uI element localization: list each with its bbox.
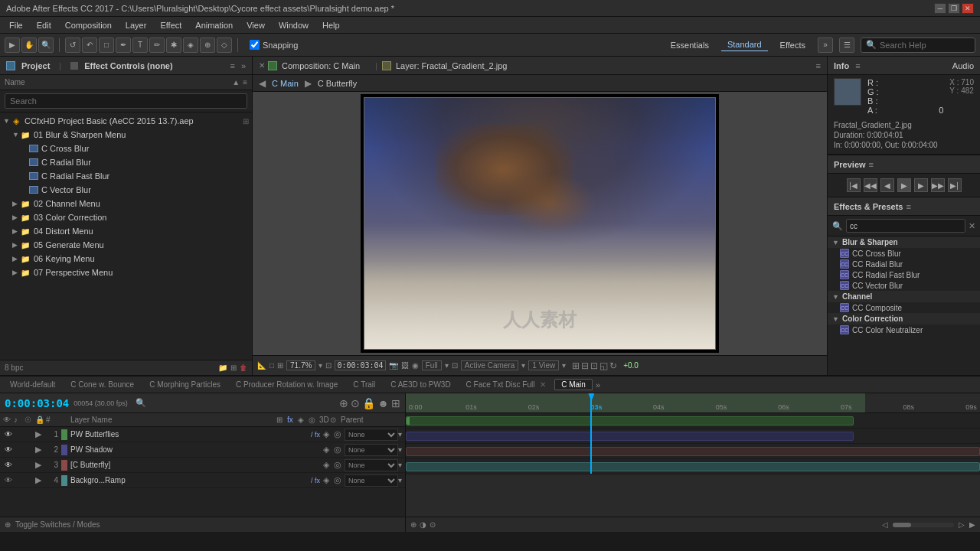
camera-dropdown[interactable]: ▾ bbox=[521, 361, 525, 370]
tree-item-cross-blur[interactable]: C Cross Blur bbox=[0, 142, 252, 155]
layer-4-opacity[interactable]: ◎ bbox=[334, 475, 345, 485]
tl-tab-face[interactable]: C Face Txt Disc Full ✕ bbox=[459, 379, 554, 390]
mask-tool[interactable]: □ bbox=[99, 37, 114, 53]
undo-tool[interactable]: ↶ bbox=[82, 37, 97, 53]
tree-item-root[interactable]: ▼ ◈ CCfxHD Project Basic (AeCC 2015 13.7… bbox=[0, 114, 252, 128]
clone-tool[interactable]: ✱ bbox=[166, 37, 181, 53]
menu-edit[interactable]: Edit bbox=[31, 19, 57, 31]
layer-1-opacity[interactable]: ◎ bbox=[334, 429, 345, 439]
view-btn-4[interactable]: ◱ bbox=[599, 360, 608, 371]
layer-1-fx[interactable]: / fx bbox=[311, 431, 323, 439]
tree-item-radial-blur[interactable]: C Radial Blur bbox=[0, 155, 252, 169]
tl-tab-cmain[interactable]: C Main bbox=[554, 379, 593, 390]
menu-help[interactable]: Help bbox=[316, 19, 346, 31]
tl-tab-cone[interactable]: C Cone w. Bounce bbox=[64, 379, 141, 390]
menu-layer[interactable]: Layer bbox=[119, 19, 153, 31]
preview-back-frame[interactable]: ◀ bbox=[880, 178, 894, 192]
layer-2-parent[interactable]: None bbox=[345, 444, 398, 456]
effect-cat-color-header[interactable]: ▼ Color Correction bbox=[828, 313, 980, 324]
layer-3-vis[interactable]: 👁 bbox=[3, 460, 14, 471]
layer-1-parent[interactable]: None bbox=[345, 429, 398, 441]
tl-tab-world[interactable]: World-default bbox=[3, 379, 62, 390]
layer-2-vis[interactable]: 👁 bbox=[3, 445, 14, 455]
tl-zoom-out[interactable]: ◁ bbox=[882, 520, 888, 529]
project-panel-menu[interactable]: ≡ bbox=[230, 61, 234, 70]
tree-item-distort[interactable]: ▶ 📁 04 Distort Menu bbox=[0, 224, 252, 238]
camera-selector[interactable]: Active Camera bbox=[461, 360, 519, 370]
tl-foot-btn-3[interactable]: ⊙ bbox=[430, 520, 436, 529]
zoom-selector[interactable]: 71.7% bbox=[286, 360, 315, 370]
layer-row-4[interactable]: 👁 ▶ 4 Backgro...Ramp / fx ◈ ◎ None ▾ bbox=[0, 473, 405, 488]
solo-btn[interactable]: ⊙ bbox=[351, 397, 360, 409]
puppet-tool[interactable]: ⊕ bbox=[200, 37, 215, 53]
show-snapshot-btn[interactable]: 🖼 bbox=[401, 361, 409, 370]
layer-4-parent[interactable]: None bbox=[345, 474, 398, 487]
search-help-input[interactable] bbox=[880, 41, 972, 50]
brush-tool[interactable]: ✏ bbox=[149, 37, 165, 53]
timecode-display[interactable]: 0:00:03:04 bbox=[335, 360, 385, 370]
project-panel-expand[interactable]: » bbox=[241, 61, 246, 70]
zoom-dropdown-icon[interactable]: ▾ bbox=[318, 361, 322, 370]
menu-effect[interactable]: Effect bbox=[154, 19, 188, 31]
tl-zoom-slider[interactable] bbox=[893, 523, 954, 527]
sort-ascending[interactable]: ▲ bbox=[232, 78, 240, 86]
play-btn-big[interactable]: ▶ bbox=[969, 520, 975, 529]
audio-tab[interactable]: Audio bbox=[952, 61, 974, 70]
timeline-timecode[interactable]: 0:00:03:04 bbox=[5, 397, 69, 409]
tl-zoom-in[interactable]: ▷ bbox=[959, 520, 965, 529]
eraser-tool[interactable]: ◈ bbox=[183, 37, 198, 53]
layer-4-expand[interactable]: ▶ bbox=[35, 475, 46, 485]
layer-1-dot[interactable]: ◈ bbox=[323, 429, 334, 439]
close-comp-panel[interactable]: ✕ bbox=[259, 61, 265, 70]
tree-item-color-corr[interactable]: ▶ 📁 03 Color Correction bbox=[0, 210, 252, 224]
preview-forward-frame[interactable]: ▶ bbox=[914, 178, 928, 192]
lock-btn[interactable]: 🔒 bbox=[362, 397, 375, 409]
hand-tool[interactable]: ✋ bbox=[21, 37, 37, 53]
workspace-essentials[interactable]: Essentials bbox=[665, 39, 715, 51]
tl-tab-morph[interactable]: C Morphing Particles bbox=[142, 379, 227, 390]
fit-view-btn[interactable]: ⊡ bbox=[325, 361, 332, 370]
shape-tool[interactable]: ◇ bbox=[217, 37, 232, 53]
track-bar-3[interactable] bbox=[406, 447, 980, 456]
view-selector[interactable]: 1 View bbox=[528, 360, 559, 370]
preview-menu[interactable]: ≡ bbox=[869, 160, 874, 169]
tree-item-channel[interactable]: ▶ 📁 02 Channel Menu bbox=[0, 197, 252, 210]
effect-cc-cross-blur[interactable]: CC CC Cross Blur bbox=[828, 248, 980, 259]
layer-2-expand[interactable]: ▶ bbox=[35, 445, 46, 455]
new-comp-btn[interactable]: ⊞ bbox=[230, 364, 237, 372]
view-btn-1[interactable]: ⊞ bbox=[572, 360, 580, 371]
delete-btn[interactable]: 🗑 bbox=[240, 364, 247, 372]
menu-file[interactable]: File bbox=[3, 19, 29, 31]
preview-back[interactable]: ◀◀ bbox=[864, 178, 877, 192]
layer-3-parent-arrow[interactable]: ▾ bbox=[398, 461, 402, 469]
selection-tool[interactable]: ▶ bbox=[5, 37, 20, 53]
effect-cc-vector-blur[interactable]: CC CC Vector Blur bbox=[828, 280, 980, 291]
effects-search-input[interactable] bbox=[846, 219, 965, 233]
preview-first[interactable]: |◀ bbox=[847, 178, 861, 192]
effects-presets-menu[interactable]: ≡ bbox=[906, 202, 911, 211]
new-folder-btn[interactable]: 📁 bbox=[218, 364, 227, 372]
tl-tab-producer[interactable]: C Producer Rotation w. Image bbox=[229, 379, 345, 390]
snapshot-btn[interactable]: 📷 bbox=[389, 361, 398, 370]
layer-row-3[interactable]: 👁 ▶ 3 [C Butterfly] ◈ ◎ None ▾ bbox=[0, 458, 405, 473]
new-layer-btn[interactable]: ⊕ bbox=[339, 397, 348, 409]
add-layer-btn[interactable]: ⊕ bbox=[5, 520, 11, 529]
layer-3-dot[interactable]: ◈ bbox=[323, 460, 334, 470]
effect-cc-radial-blur[interactable]: CC CC Radial Blur bbox=[828, 259, 980, 269]
preview-last[interactable]: ▶| bbox=[948, 178, 962, 192]
render-btn[interactable]: ◉ bbox=[412, 361, 419, 370]
tl-tab-trail[interactable]: C Trail bbox=[346, 379, 382, 390]
collapse-btn[interactable]: ⊞ bbox=[391, 397, 400, 409]
close-button[interactable]: ✕ bbox=[962, 3, 974, 14]
workspace-standard[interactable]: Standard bbox=[721, 38, 768, 51]
workspace-options[interactable]: » bbox=[818, 37, 833, 53]
tl-foot-btn-2[interactable]: ◑ bbox=[420, 520, 426, 529]
layer-1-expand[interactable]: ▶ bbox=[35, 429, 46, 439]
effect-cat-channel-header[interactable]: ▼ Channel bbox=[828, 291, 980, 302]
tree-item-keying[interactable]: ▶ 📁 06 Keying Menu bbox=[0, 252, 252, 266]
project-list-view[interactable]: ≡ bbox=[243, 78, 247, 86]
view-dropdown[interactable]: ▾ bbox=[562, 361, 566, 370]
comp-panel-menu[interactable]: ≡ bbox=[816, 61, 821, 70]
track-bar-1[interactable] bbox=[406, 416, 854, 425]
layer-4-dot[interactable]: ◈ bbox=[323, 475, 334, 485]
